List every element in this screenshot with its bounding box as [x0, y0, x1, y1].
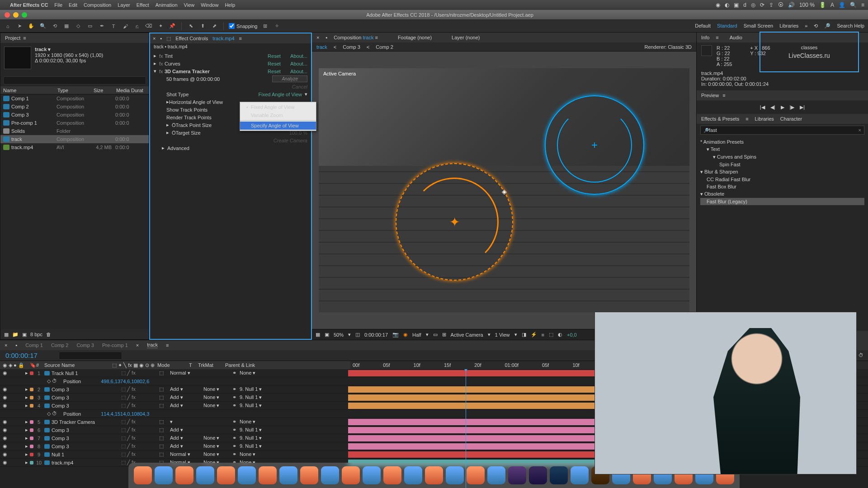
dock-app-contacts[interactable] — [196, 466, 214, 484]
timeline-icon[interactable]: ≡ — [542, 332, 544, 338]
wifi-icon[interactable]: ⦿ — [778, 2, 783, 8]
axis-local-icon[interactable]: ⬉ — [187, 22, 195, 30]
character-tab[interactable]: Character — [780, 116, 802, 122]
dock-app-appstore[interactable] — [321, 466, 339, 484]
playhead[interactable] — [466, 369, 466, 488]
workspace-default[interactable]: Default — [695, 23, 711, 29]
preset-item[interactable]: Spin Fast — [700, 161, 864, 168]
menubar-cc-icon[interactable]: ◉ — [716, 2, 720, 8]
reset-link[interactable]: Reset — [268, 61, 290, 66]
project-tab[interactable]: Project — [5, 35, 20, 41]
exposure-reset-icon[interactable]: ◐ — [558, 332, 562, 338]
axis-view-icon[interactable]: ⬈ — [210, 22, 218, 30]
composition-tab[interactable]: Composition track ≡ — [334, 35, 378, 40]
dock-app-whatsapp[interactable] — [446, 466, 464, 484]
comp-crumb[interactable]: Comp 2 — [376, 44, 393, 50]
shape-tool-icon[interactable]: ▭ — [86, 22, 94, 30]
timeline-tab[interactable]: Pre-comp 1 — [102, 343, 128, 348]
resolution-icon[interactable]: ◫ — [355, 332, 360, 338]
dock-app-reminders[interactable] — [259, 466, 277, 484]
grid-icon[interactable]: ⊞ — [442, 332, 446, 338]
volume-icon[interactable]: 🔊 — [788, 2, 795, 8]
play-icon[interactable]: ▶ — [781, 104, 784, 110]
menubar-icon[interactable]: d — [743, 2, 746, 8]
project-item[interactable]: Pre-comp 1Composition0:00:0 — [0, 119, 149, 127]
dock-app-viber[interactable] — [425, 466, 443, 484]
project-item[interactable]: SolidsFolder — [0, 127, 149, 135]
hand-tool-icon[interactable]: ✋ — [27, 22, 35, 30]
about-link[interactable]: About... — [290, 61, 307, 66]
project-list[interactable]: Comp 1Composition0:00:0Comp 2Composition… — [0, 94, 149, 329]
project-item[interactable]: Comp 3Composition0:00:0 — [0, 111, 149, 119]
menu-animation[interactable]: Animation — [156, 2, 178, 8]
menu-window[interactable]: Window — [201, 2, 218, 8]
menu-file[interactable]: File — [54, 2, 62, 8]
tl-toggle-icon[interactable]: ⏱ — [859, 352, 863, 358]
advanced-section[interactable]: Advanced — [167, 145, 307, 151]
battery-icon[interactable]: 🔋 — [819, 2, 826, 8]
timeline-tab-active[interactable]: track — [147, 342, 158, 348]
composition-viewer[interactable]: Active Camera ◈ — [312, 52, 696, 329]
pixel-aspect-icon[interactable]: ◨ — [522, 332, 526, 338]
roto-tool-icon[interactable]: ✦ — [156, 22, 165, 30]
new-comp-icon[interactable]: ▣ — [22, 332, 27, 338]
timeline-tab[interactable]: Comp 2 — [51, 343, 69, 348]
dock-app-notes[interactable] — [238, 466, 256, 484]
preset-item[interactable]: Fast Blur (Legacy) — [700, 198, 864, 205]
last-frame-icon[interactable]: ▶| — [800, 104, 805, 110]
project-item[interactable]: Comp 1Composition0:00:0 — [0, 94, 149, 103]
effect-curves[interactable]: Curves — [165, 61, 268, 66]
menubar-icon[interactable]: ▣ — [734, 2, 739, 8]
selection-tool-icon[interactable]: ➤ — [15, 22, 24, 30]
renderer-select[interactable]: Classic 3D — [668, 44, 692, 50]
layer-tab[interactable]: Layer (none) — [452, 35, 480, 40]
type-tool-icon[interactable]: T — [109, 22, 118, 30]
comp-crumb-track[interactable]: track — [316, 44, 327, 50]
dock-app-calendar[interactable] — [217, 466, 235, 484]
dock-app-discord[interactable] — [487, 466, 505, 484]
snap-opt-icon[interactable]: ⊞ — [261, 22, 269, 30]
camera-select[interactable]: Active Camera — [451, 332, 483, 338]
workspace-more-icon[interactable]: » — [805, 23, 807, 29]
reset-link[interactable]: Reset — [268, 69, 290, 74]
axis-world-icon[interactable]: ⬆ — [198, 22, 207, 30]
project-item[interactable]: track.mp4AVI4,2 MB0:00:0 — [0, 143, 149, 151]
effects-search-input[interactable]: 🔎 fast× — [700, 126, 864, 135]
prev-frame-icon[interactable]: ◀| — [770, 104, 775, 110]
snap-opt2-icon[interactable]: ✧ — [273, 22, 281, 30]
project-search-input[interactable] — [3, 76, 146, 84]
notification-icon[interactable]: ≡ — [861, 2, 864, 8]
preset-category[interactable]: ▾ Obsolete — [700, 190, 864, 198]
dock-app-finder[interactable] — [134, 466, 152, 484]
search-help-input[interactable]: Search Help — [837, 23, 864, 29]
zoom-tool-icon[interactable]: 🔍 — [39, 22, 47, 30]
preset-category[interactable]: ▾ Curves and Spins — [700, 153, 864, 161]
dock-app-chrome[interactable] — [363, 466, 381, 484]
brush-tool-icon[interactable]: 🖌 — [121, 22, 129, 30]
search-icon[interactable]: 🔎 — [824, 23, 830, 29]
menu-edit[interactable]: Edit — [69, 2, 77, 8]
menubar-icon[interactable]: ◐ — [725, 2, 729, 8]
pan-behind-tool-icon[interactable]: ◇ — [74, 22, 82, 30]
dock-app-messages[interactable] — [300, 466, 318, 484]
close-window-button[interactable] — [5, 12, 10, 18]
libraries-tab[interactable]: Libraries — [755, 116, 774, 122]
timecode[interactable]: 0:00:00:17 — [364, 332, 388, 338]
audio-tab[interactable]: Audio — [730, 35, 742, 40]
minimize-window-button[interactable] — [13, 12, 19, 18]
maximize-window-button[interactable] — [22, 12, 27, 18]
dock-app-photoshop[interactable] — [550, 466, 568, 484]
dock-app-telegram[interactable] — [467, 466, 485, 484]
effects-tree[interactable]: * Animation Presets ▾ Text ▾ Curves and … — [697, 136, 868, 207]
lock-icon[interactable]: ▪ — [160, 36, 162, 41]
dock-app-maps[interactable] — [279, 466, 297, 484]
menu-item-fixed-angle[interactable]: •Fixed Angle of View — [240, 103, 316, 111]
project-item[interactable]: trackComposition0:00:0 — [0, 135, 149, 143]
fast-preview-icon[interactable]: ⚡ — [531, 332, 537, 338]
dock-app-premiere[interactable] — [529, 466, 547, 484]
anchor-marker-icon[interactable]: ◈ — [502, 188, 507, 195]
dock-app-mail[interactable] — [175, 466, 193, 484]
info-tab[interactable]: Info — [701, 35, 709, 40]
timeline-search-input[interactable] — [59, 352, 122, 360]
dock-app-safari[interactable] — [155, 466, 173, 484]
